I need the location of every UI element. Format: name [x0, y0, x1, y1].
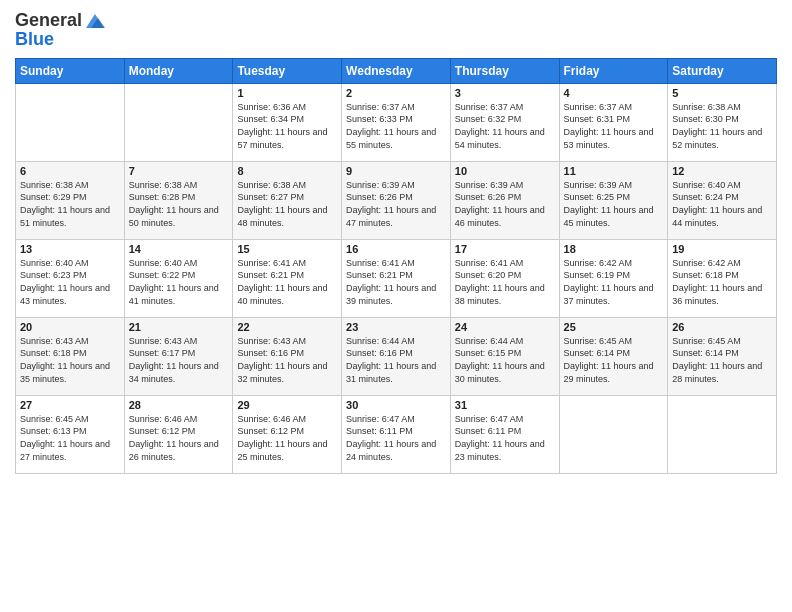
day-number: 3: [455, 87, 555, 99]
day-info: Sunrise: 6:39 AM Sunset: 6:25 PM Dayligh…: [564, 179, 664, 229]
day-number: 11: [564, 165, 664, 177]
day-number: 9: [346, 165, 446, 177]
day-info: Sunrise: 6:42 AM Sunset: 6:18 PM Dayligh…: [672, 257, 772, 307]
calendar-cell: [16, 83, 125, 161]
day-info: Sunrise: 6:46 AM Sunset: 6:12 PM Dayligh…: [237, 413, 337, 463]
calendar-cell: 22Sunrise: 6:43 AM Sunset: 6:16 PM Dayli…: [233, 317, 342, 395]
day-number: 30: [346, 399, 446, 411]
day-number: 25: [564, 321, 664, 333]
day-number: 16: [346, 243, 446, 255]
day-info: Sunrise: 6:47 AM Sunset: 6:11 PM Dayligh…: [346, 413, 446, 463]
calendar-cell: [124, 83, 233, 161]
day-info: Sunrise: 6:37 AM Sunset: 6:32 PM Dayligh…: [455, 101, 555, 151]
day-info: Sunrise: 6:41 AM Sunset: 6:21 PM Dayligh…: [237, 257, 337, 307]
calendar-cell: 30Sunrise: 6:47 AM Sunset: 6:11 PM Dayli…: [342, 395, 451, 473]
calendar-cell: 13Sunrise: 6:40 AM Sunset: 6:23 PM Dayli…: [16, 239, 125, 317]
calendar-cell: 2Sunrise: 6:37 AM Sunset: 6:33 PM Daylig…: [342, 83, 451, 161]
day-info: Sunrise: 6:41 AM Sunset: 6:20 PM Dayligh…: [455, 257, 555, 307]
day-number: 5: [672, 87, 772, 99]
calendar-cell: 4Sunrise: 6:37 AM Sunset: 6:31 PM Daylig…: [559, 83, 668, 161]
day-number: 29: [237, 399, 337, 411]
day-info: Sunrise: 6:43 AM Sunset: 6:17 PM Dayligh…: [129, 335, 229, 385]
day-info: Sunrise: 6:47 AM Sunset: 6:11 PM Dayligh…: [455, 413, 555, 463]
calendar-weekday: Thursday: [450, 58, 559, 83]
calendar-cell: 29Sunrise: 6:46 AM Sunset: 6:12 PM Dayli…: [233, 395, 342, 473]
day-info: Sunrise: 6:39 AM Sunset: 6:26 PM Dayligh…: [346, 179, 446, 229]
logo-icon: [84, 10, 106, 32]
day-info: Sunrise: 6:37 AM Sunset: 6:33 PM Dayligh…: [346, 101, 446, 151]
calendar-week-row: 6Sunrise: 6:38 AM Sunset: 6:29 PM Daylig…: [16, 161, 777, 239]
calendar-cell: 9Sunrise: 6:39 AM Sunset: 6:26 PM Daylig…: [342, 161, 451, 239]
day-info: Sunrise: 6:43 AM Sunset: 6:18 PM Dayligh…: [20, 335, 120, 385]
day-info: Sunrise: 6:40 AM Sunset: 6:22 PM Dayligh…: [129, 257, 229, 307]
day-number: 26: [672, 321, 772, 333]
day-number: 15: [237, 243, 337, 255]
day-number: 7: [129, 165, 229, 177]
calendar-cell: 5Sunrise: 6:38 AM Sunset: 6:30 PM Daylig…: [668, 83, 777, 161]
day-info: Sunrise: 6:41 AM Sunset: 6:21 PM Dayligh…: [346, 257, 446, 307]
logo: General Blue: [15, 10, 106, 50]
calendar-cell: 23Sunrise: 6:44 AM Sunset: 6:16 PM Dayli…: [342, 317, 451, 395]
calendar-cell: 20Sunrise: 6:43 AM Sunset: 6:18 PM Dayli…: [16, 317, 125, 395]
calendar-cell: 27Sunrise: 6:45 AM Sunset: 6:13 PM Dayli…: [16, 395, 125, 473]
logo-general: General: [15, 11, 82, 31]
calendar-week-row: 1Sunrise: 6:36 AM Sunset: 6:34 PM Daylig…: [16, 83, 777, 161]
day-info: Sunrise: 6:45 AM Sunset: 6:14 PM Dayligh…: [672, 335, 772, 385]
calendar-cell: [559, 395, 668, 473]
calendar-cell: 11Sunrise: 6:39 AM Sunset: 6:25 PM Dayli…: [559, 161, 668, 239]
day-number: 19: [672, 243, 772, 255]
day-info: Sunrise: 6:36 AM Sunset: 6:34 PM Dayligh…: [237, 101, 337, 151]
calendar-week-row: 20Sunrise: 6:43 AM Sunset: 6:18 PM Dayli…: [16, 317, 777, 395]
calendar-cell: 26Sunrise: 6:45 AM Sunset: 6:14 PM Dayli…: [668, 317, 777, 395]
day-number: 17: [455, 243, 555, 255]
calendar-cell: 8Sunrise: 6:38 AM Sunset: 6:27 PM Daylig…: [233, 161, 342, 239]
calendar-weekday: Saturday: [668, 58, 777, 83]
day-info: Sunrise: 6:38 AM Sunset: 6:27 PM Dayligh…: [237, 179, 337, 229]
calendar-cell: 7Sunrise: 6:38 AM Sunset: 6:28 PM Daylig…: [124, 161, 233, 239]
day-info: Sunrise: 6:39 AM Sunset: 6:26 PM Dayligh…: [455, 179, 555, 229]
day-info: Sunrise: 6:46 AM Sunset: 6:12 PM Dayligh…: [129, 413, 229, 463]
calendar-cell: 12Sunrise: 6:40 AM Sunset: 6:24 PM Dayli…: [668, 161, 777, 239]
calendar-cell: 28Sunrise: 6:46 AM Sunset: 6:12 PM Dayli…: [124, 395, 233, 473]
day-number: 4: [564, 87, 664, 99]
calendar-cell: 24Sunrise: 6:44 AM Sunset: 6:15 PM Dayli…: [450, 317, 559, 395]
day-number: 27: [20, 399, 120, 411]
day-number: 24: [455, 321, 555, 333]
day-info: Sunrise: 6:37 AM Sunset: 6:31 PM Dayligh…: [564, 101, 664, 151]
day-info: Sunrise: 6:42 AM Sunset: 6:19 PM Dayligh…: [564, 257, 664, 307]
calendar-cell: 10Sunrise: 6:39 AM Sunset: 6:26 PM Dayli…: [450, 161, 559, 239]
calendar-weekday: Wednesday: [342, 58, 451, 83]
calendar-cell: 21Sunrise: 6:43 AM Sunset: 6:17 PM Dayli…: [124, 317, 233, 395]
day-number: 20: [20, 321, 120, 333]
day-number: 6: [20, 165, 120, 177]
day-number: 12: [672, 165, 772, 177]
day-info: Sunrise: 6:45 AM Sunset: 6:13 PM Dayligh…: [20, 413, 120, 463]
day-number: 18: [564, 243, 664, 255]
calendar-weekday: Monday: [124, 58, 233, 83]
calendar-cell: 17Sunrise: 6:41 AM Sunset: 6:20 PM Dayli…: [450, 239, 559, 317]
day-number: 2: [346, 87, 446, 99]
calendar-cell: 6Sunrise: 6:38 AM Sunset: 6:29 PM Daylig…: [16, 161, 125, 239]
day-number: 28: [129, 399, 229, 411]
calendar-weekday: Friday: [559, 58, 668, 83]
day-number: 31: [455, 399, 555, 411]
day-number: 21: [129, 321, 229, 333]
day-info: Sunrise: 6:40 AM Sunset: 6:23 PM Dayligh…: [20, 257, 120, 307]
day-number: 13: [20, 243, 120, 255]
calendar-cell: 14Sunrise: 6:40 AM Sunset: 6:22 PM Dayli…: [124, 239, 233, 317]
logo-blue: Blue: [15, 30, 54, 50]
day-info: Sunrise: 6:44 AM Sunset: 6:15 PM Dayligh…: [455, 335, 555, 385]
day-info: Sunrise: 6:40 AM Sunset: 6:24 PM Dayligh…: [672, 179, 772, 229]
day-number: 23: [346, 321, 446, 333]
calendar-cell: 16Sunrise: 6:41 AM Sunset: 6:21 PM Dayli…: [342, 239, 451, 317]
day-info: Sunrise: 6:38 AM Sunset: 6:29 PM Dayligh…: [20, 179, 120, 229]
day-info: Sunrise: 6:43 AM Sunset: 6:16 PM Dayligh…: [237, 335, 337, 385]
header: General Blue: [15, 10, 777, 50]
day-number: 8: [237, 165, 337, 177]
calendar-table: SundayMondayTuesdayWednesdayThursdayFrid…: [15, 58, 777, 474]
day-info: Sunrise: 6:38 AM Sunset: 6:28 PM Dayligh…: [129, 179, 229, 229]
calendar-cell: 19Sunrise: 6:42 AM Sunset: 6:18 PM Dayli…: [668, 239, 777, 317]
calendar-week-row: 13Sunrise: 6:40 AM Sunset: 6:23 PM Dayli…: [16, 239, 777, 317]
calendar-cell: 1Sunrise: 6:36 AM Sunset: 6:34 PM Daylig…: [233, 83, 342, 161]
day-number: 22: [237, 321, 337, 333]
